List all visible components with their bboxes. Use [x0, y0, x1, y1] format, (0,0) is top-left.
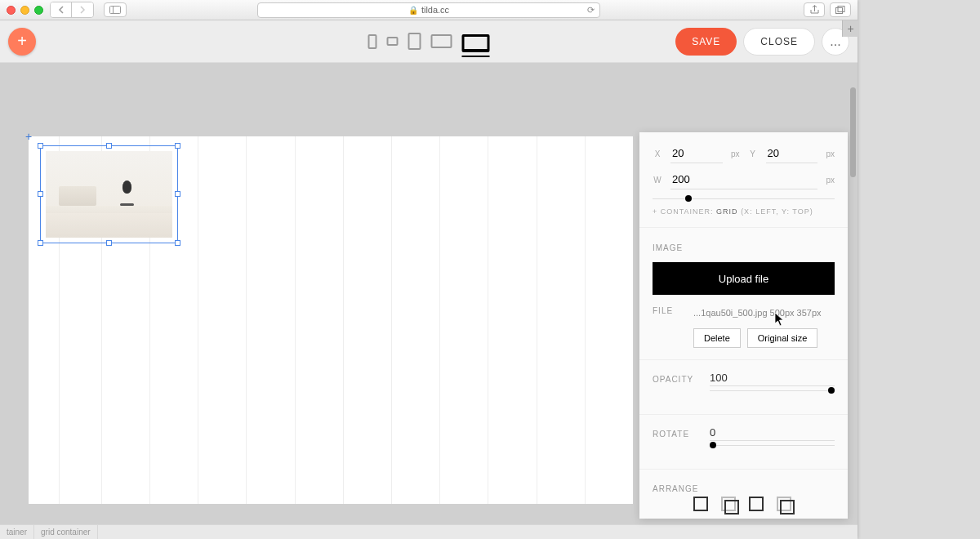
opacity-label: OPACITY — [653, 372, 702, 384]
x-unit: px — [731, 149, 740, 158]
reload-icon[interactable]: ⟳ — [587, 5, 595, 16]
close-button[interactable]: CLOSE — [743, 28, 815, 56]
device-phablet[interactable] — [387, 30, 399, 53]
send-back-icon[interactable] — [777, 497, 791, 511]
add-block-button[interactable]: + — [8, 28, 36, 56]
device-desktop[interactable] — [462, 34, 490, 57]
send-backward-icon[interactable] — [749, 497, 764, 511]
new-tab-button[interactable]: + — [842, 20, 858, 37]
x-input[interactable] — [670, 144, 723, 163]
minimize-window-icon[interactable] — [20, 6, 29, 15]
back-button[interactable] — [51, 2, 72, 17]
file-meta: ...1qau50i_500.jpg 500px 357px — [693, 306, 822, 320]
file-label: FILE — [653, 306, 693, 320]
svg-rect-0 — [110, 7, 121, 14]
arrange-section: ARRANGE — [639, 470, 848, 519]
upload-file-button[interactable]: Upload file — [653, 262, 835, 295]
properties-panel: X px Y px W px + CONTAINER: GRID — [639, 132, 848, 519]
tabs-icon[interactable] — [830, 2, 851, 17]
y-input[interactable] — [766, 144, 818, 163]
w-label: W — [653, 176, 662, 185]
arrange-label: ARRANGE — [653, 481, 702, 493]
image-heading: IMAGE — [653, 243, 683, 252]
svg-rect-2 — [836, 7, 843, 13]
image-thumbnail — [46, 151, 172, 238]
save-button[interactable]: SAVE — [675, 28, 737, 56]
browser-chrome: 🔒 tilda.cc ⟳ — [0, 0, 858, 20]
opacity-slider[interactable] — [710, 388, 835, 393]
rotate-section: ROTATE 0 — [639, 415, 848, 470]
x-label: X — [653, 149, 662, 158]
rotate-slider[interactable] — [710, 443, 835, 448]
share-icon[interactable] — [804, 2, 825, 17]
rotate-label: ROTATE — [653, 426, 702, 439]
container-note: + CONTAINER: GRID (X: LEFT, Y: TOP) — [653, 207, 835, 216]
close-window-icon[interactable] — [7, 6, 16, 15]
canvas[interactable]: + — [29, 136, 633, 504]
bring-front-icon[interactable] — [693, 497, 708, 511]
status-bar: tainer grid container — [0, 524, 858, 539]
zoom-window-icon[interactable] — [34, 6, 43, 15]
device-laptop[interactable] — [431, 30, 452, 53]
w-unit: px — [826, 176, 835, 185]
browser-right-tools — [804, 2, 851, 17]
url-host: tilda.cc — [421, 5, 449, 15]
width-slider[interactable] — [653, 196, 835, 201]
opacity-section: OPACITY 100 — [639, 360, 848, 415]
url-bar[interactable]: 🔒 tilda.cc ⟳ — [257, 2, 600, 18]
sidebar-toggle-icon[interactable] — [104, 2, 127, 17]
y-unit: px — [826, 149, 835, 158]
app-window: 🔒 tilda.cc ⟳ + SAVE CLOSE ... — [0, 0, 858, 539]
svg-rect-3 — [838, 6, 844, 11]
device-phone[interactable] — [368, 30, 377, 53]
rotate-value[interactable]: 0 — [710, 426, 835, 441]
breadcrumb[interactable]: grid container — [34, 525, 98, 539]
device-tablet[interactable] — [408, 30, 421, 53]
w-input[interactable] — [670, 170, 817, 189]
selected-image[interactable] — [40, 145, 178, 243]
delete-file-button[interactable]: Delete — [693, 328, 741, 348]
origin-marker-icon: + — [25, 130, 32, 143]
lock-icon: 🔒 — [408, 6, 418, 15]
image-section: IMAGE Upload file FILE ...1qau50i_500.jp… — [639, 228, 848, 360]
bring-forward-icon[interactable] — [721, 497, 736, 511]
window-controls — [7, 6, 43, 15]
workspace: + tai — [0, 63, 858, 539]
position-section: X px Y px W px + CONTAINER: GRID — [639, 132, 848, 228]
editor-toolbar: + SAVE CLOSE ... — [0, 20, 858, 63]
forward-button[interactable] — [72, 2, 93, 17]
device-switcher — [368, 30, 490, 53]
opacity-value[interactable]: 100 — [710, 372, 835, 386]
breadcrumb[interactable]: tainer — [0, 525, 34, 539]
nav-buttons — [50, 2, 94, 18]
y-label: Y — [748, 149, 758, 158]
original-size-button[interactable]: Original size — [747, 328, 818, 348]
vertical-scrollbar[interactable] — [850, 63, 856, 539]
